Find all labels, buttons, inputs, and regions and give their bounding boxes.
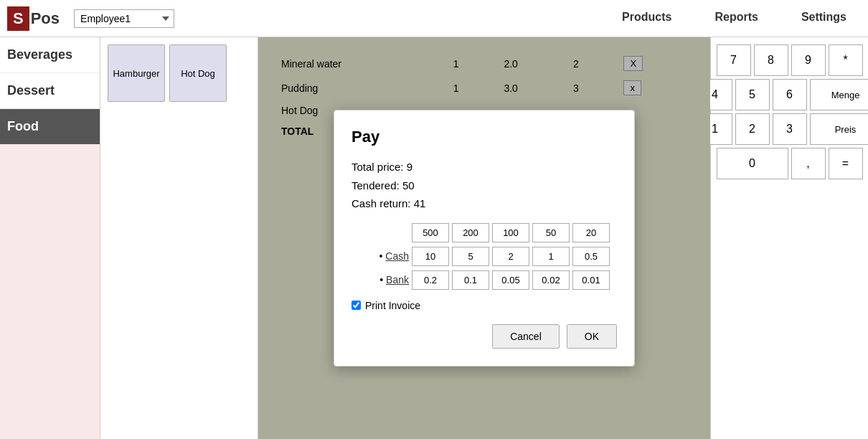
- cash-btn-0-1[interactable]: 0.1: [452, 270, 489, 290]
- nav-settings[interactable]: Settings: [801, 11, 846, 27]
- sidebar-item-beverages[interactable]: Beverages: [0, 37, 100, 73]
- num-0[interactable]: 0: [717, 148, 788, 179]
- cash-row-top: 500 200 100 50 20: [352, 223, 617, 242]
- cancel-button[interactable]: Cancel: [492, 324, 560, 349]
- num-multiply[interactable]: *: [829, 44, 863, 76]
- employee-select[interactable]: Employee1 Employee2: [74, 9, 174, 28]
- cash-row-cash: Cash 10 5 2 1 0.5: [352, 247, 617, 266]
- cash-btn-0-5[interactable]: 0.5: [572, 247, 610, 266]
- num-menge[interactable]: Menge: [810, 79, 869, 110]
- pay-modal: Pay Total price: 9 Tendered: 50 Cash ret…: [334, 110, 635, 367]
- cash-btn-100[interactable]: 100: [492, 223, 529, 242]
- cash-return-line: Cash return: 41: [352, 194, 617, 213]
- main: Beverages Dessert Food Hamburger Hot Dog…: [0, 37, 868, 439]
- bank-label: Bank: [352, 274, 409, 285]
- nav-reports[interactable]: Reports: [714, 11, 758, 27]
- cash-btn-2[interactable]: 2: [492, 247, 529, 266]
- num-3[interactable]: 3: [773, 113, 807, 145]
- modal-title: Pay: [352, 128, 617, 146]
- tendered-line: Tendered: 50: [352, 176, 617, 195]
- nav: Products Reports Settings: [622, 11, 846, 27]
- cash-btn-50[interactable]: 50: [532, 223, 570, 242]
- ok-button[interactable]: OK: [567, 324, 617, 349]
- print-invoice-checkbox[interactable]: [352, 301, 361, 310]
- cash-btn-10[interactable]: 10: [412, 247, 449, 266]
- cash-btn-5[interactable]: 5: [452, 247, 489, 266]
- product-hotdog[interactable]: Hot Dog: [169, 44, 227, 102]
- print-invoice-label[interactable]: Print Invoice: [365, 300, 420, 311]
- total-price-label: Total price:: [352, 161, 404, 173]
- print-invoice-row: Print Invoice: [352, 300, 617, 311]
- product-hamburger[interactable]: Hamburger: [108, 44, 165, 102]
- numpad: 7 8 9 * 4 5 6 Menge 1 2 3 Preis 0 , =: [710, 37, 868, 439]
- nav-products[interactable]: Products: [622, 11, 671, 27]
- products-grid: Hamburger Hot Dog: [100, 37, 258, 439]
- numpad-row-1: 7 8 9 *: [717, 44, 863, 76]
- sidebar-item-food[interactable]: Food: [0, 109, 100, 145]
- num-equals[interactable]: =: [829, 148, 863, 179]
- cash-btn-0-2[interactable]: 0.2: [412, 270, 449, 290]
- num-5[interactable]: 5: [735, 79, 770, 110]
- cash-buttons-area: 500 200 100 50 20 Cash 10 5 2 1: [352, 223, 617, 290]
- cash-link[interactable]: Cash: [385, 250, 409, 262]
- cash-btn-0-05[interactable]: 0.05: [492, 270, 529, 290]
- num-comma[interactable]: ,: [791, 148, 826, 179]
- employee-select-wrap[interactable]: Employee1 Employee2: [74, 9, 174, 28]
- bank-link[interactable]: Bank: [386, 274, 409, 285]
- cash-row-bank: Bank 0.2 0.1 0.05 0.02 0.01: [352, 270, 617, 290]
- total-price-val: 9: [407, 161, 412, 173]
- cash-btn-500[interactable]: 500: [412, 223, 449, 242]
- header: S Pos Employee1 Employee2 Products Repor…: [0, 0, 868, 37]
- tendered-val: 50: [402, 179, 415, 192]
- cash-label: Cash: [352, 250, 409, 262]
- cash-btn-1[interactable]: 1: [532, 247, 570, 266]
- logo-pos: Pos: [31, 9, 60, 28]
- num-7[interactable]: 7: [717, 44, 751, 76]
- modal-overlay: Pay Total price: 9 Tendered: 50 Cash ret…: [258, 37, 710, 439]
- sidebar-item-dessert[interactable]: Dessert: [0, 73, 100, 109]
- cash-btn-0-01[interactable]: 0.01: [572, 270, 610, 290]
- modal-info: Total price: 9 Tendered: 50 Cash return:…: [352, 158, 617, 213]
- sidebar-sub-area: [0, 145, 100, 439]
- num-9[interactable]: 9: [791, 44, 826, 76]
- cash-return-label: Cash return:: [352, 197, 411, 209]
- num-2[interactable]: 2: [735, 113, 770, 145]
- num-preis[interactable]: Preis: [810, 113, 869, 145]
- numpad-row-3: 1 2 3 Preis: [698, 113, 869, 145]
- cash-btn-200[interactable]: 200: [452, 223, 489, 242]
- logo: S Pos: [7, 6, 60, 31]
- total-price-line: Total price: 9: [352, 158, 617, 176]
- tendered-label: Tendered:: [352, 179, 400, 192]
- cash-btn-0-02[interactable]: 0.02: [532, 270, 570, 290]
- num-8[interactable]: 8: [754, 44, 788, 76]
- logo-s: S: [7, 6, 29, 31]
- numpad-row-2: 4 5 6 Menge: [698, 79, 869, 110]
- num-6[interactable]: 6: [773, 79, 807, 110]
- cash-return-val: 41: [414, 197, 426, 209]
- numpad-row-4: 0 , =: [717, 148, 863, 179]
- modal-footer: Cancel OK: [352, 324, 617, 349]
- order-area: Mineral water 1 2.0 2 X Pudding 1 3.0 3 …: [258, 37, 710, 439]
- sidebar: Beverages Dessert Food: [0, 37, 100, 439]
- cash-btn-20[interactable]: 20: [572, 223, 610, 242]
